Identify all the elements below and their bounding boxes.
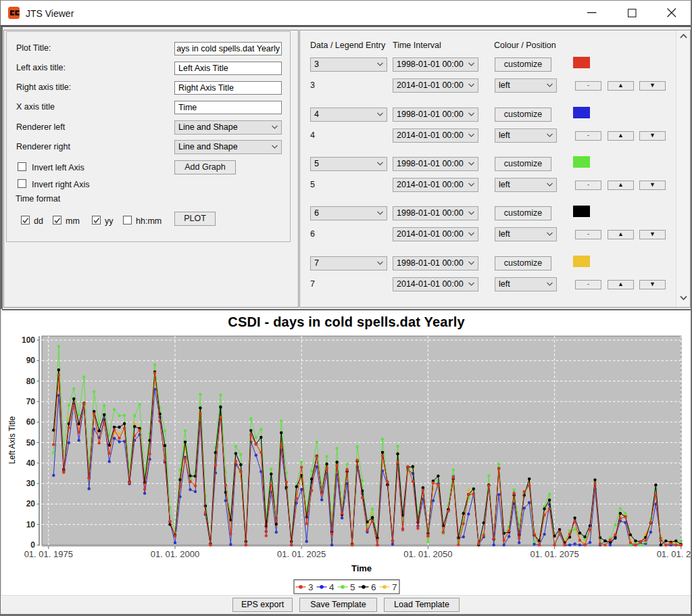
svg-text:6: 6 [371,582,376,592]
svg-text:3: 3 [308,582,314,592]
svg-text:7: 7 [392,582,397,592]
svg-text:4: 4 [329,582,335,592]
svg-text:5: 5 [350,582,355,592]
